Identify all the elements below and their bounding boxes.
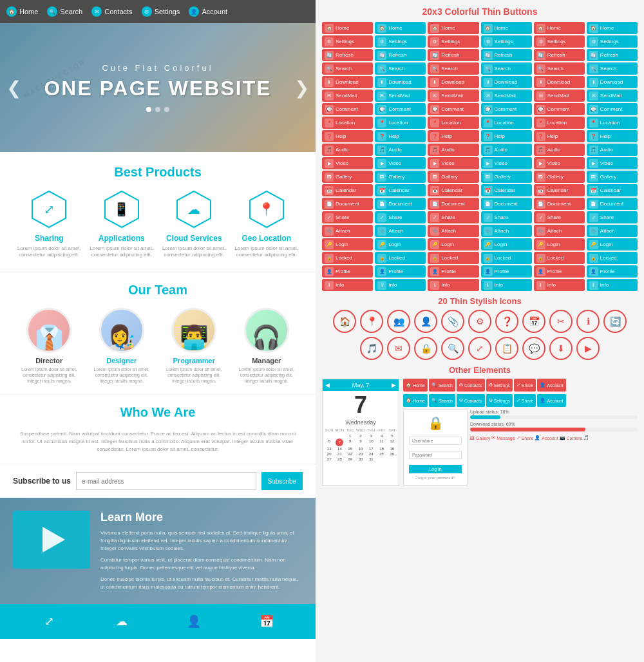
icon-document[interactable]: 📋: [495, 337, 518, 360]
btn-profile-6[interactable]: 👤Profile: [587, 265, 638, 278]
password-field[interactable]: [409, 451, 462, 459]
hero-arrow-right[interactable]: ❯: [294, 77, 309, 99]
btn-location-2[interactable]: 📍Location: [375, 117, 426, 129]
hero-arrow-left[interactable]: ❮: [6, 77, 21, 99]
btn-location-1[interactable]: 📍Location: [322, 117, 373, 129]
btn-calendar-2[interactable]: 📅Calendar: [375, 184, 426, 196]
nav-ex-settings-t[interactable]: ⚙ Settings: [486, 394, 513, 407]
btn-home-1[interactable]: 🏠Home: [322, 22, 373, 34]
icon-cut[interactable]: ✂: [549, 310, 573, 333]
btn-download-2[interactable]: ⬇Download: [375, 76, 426, 88]
btn-settings-1[interactable]: ⚙Settings: [322, 35, 373, 48]
btn-document-5[interactable]: 📄Document: [534, 198, 585, 210]
btn-audio-1[interactable]: 🎵Audio: [322, 144, 373, 156]
btn-sendmail-6[interactable]: ✉SendMail: [587, 90, 638, 102]
btn-settings-5[interactable]: ⚙Settings: [534, 35, 585, 48]
nav-ex-home-r[interactable]: 🏠 Home: [403, 379, 428, 392]
btn-sendmail-2[interactable]: ✉SendMail: [375, 90, 426, 102]
icon-info[interactable]: ℹ: [576, 310, 600, 333]
btn-info-4[interactable]: ℹInfo: [481, 279, 532, 291]
footer-share-icon[interactable]: ⤢: [39, 612, 59, 631]
icon-music[interactable]: 🎵: [360, 337, 383, 360]
video-player[interactable]: [13, 511, 90, 569]
footer-user-icon[interactable]: 👤: [184, 612, 204, 631]
btn-login-3[interactable]: 🔑Login: [428, 238, 478, 251]
nav-search[interactable]: 🔍 Search: [47, 6, 82, 17]
btn-search-3[interactable]: 🔍Search: [428, 62, 478, 75]
nav-ex-contacts-t[interactable]: ✉ Contacts: [457, 394, 485, 407]
btn-share-5[interactable]: ⤢Share: [534, 211, 585, 223]
btn-info-6[interactable]: ℹInfo: [587, 279, 638, 291]
cal-next-btn[interactable]: ▶: [392, 382, 396, 388]
btn-location-5[interactable]: 📍Location: [534, 117, 585, 129]
nav-ex-contacts-r[interactable]: ✉ Contacts: [457, 379, 485, 392]
nav-account[interactable]: 👤 Account: [189, 6, 227, 17]
nav-ex-account-t[interactable]: 👤 Account: [537, 394, 565, 407]
btn-login-5[interactable]: 🔑Login: [534, 238, 585, 251]
btn-comment-5[interactable]: 💬Comment: [534, 103, 585, 115]
btn-info-3[interactable]: ℹInfo: [428, 279, 478, 291]
small-gallery-item[interactable]: 🖼Gallery: [470, 435, 490, 440]
btn-info-5[interactable]: ℹInfo: [534, 279, 585, 291]
nav-ex-share-t[interactable]: ⤢ Share: [514, 394, 536, 407]
btn-download-6[interactable]: ⬇Download: [587, 76, 638, 88]
btn-gallery-2[interactable]: 🖼Gallery: [375, 171, 426, 183]
icon-share[interactable]: ⤢: [468, 337, 491, 360]
login-button[interactable]: Log in: [409, 465, 462, 473]
icon-search[interactable]: 🔍: [441, 337, 464, 360]
btn-help-1[interactable]: ❓Help: [322, 130, 373, 142]
btn-profile-4[interactable]: 👤Profile: [481, 265, 532, 278]
btn-sendmail-3[interactable]: ✉SendMail: [428, 90, 478, 102]
btn-attach-3[interactable]: 📎Attach: [428, 225, 478, 237]
btn-settings-2[interactable]: ⚙Settings: [375, 35, 426, 48]
btn-search-2[interactable]: 🔍Search: [375, 62, 426, 75]
btn-login-2[interactable]: 🔑Login: [375, 238, 426, 251]
btn-help-2[interactable]: ❓Help: [375, 130, 426, 142]
btn-profile-1[interactable]: 👤Profile: [322, 265, 373, 278]
icon-settings[interactable]: ⚙: [468, 310, 491, 333]
nav-settings[interactable]: ⚙ Settings: [142, 6, 180, 17]
icon-user[interactable]: 👤: [414, 310, 437, 333]
icon-refresh[interactable]: 🔄: [603, 310, 627, 333]
btn-home-4[interactable]: 🏠Home: [481, 22, 532, 34]
btn-calendar-3[interactable]: 📅Calendar: [428, 184, 478, 196]
btn-calendar-4[interactable]: 📅Calendar: [481, 184, 532, 196]
btn-settings-3[interactable]: ⚙Settings: [428, 35, 478, 48]
btn-search-1[interactable]: 🔍Search: [322, 62, 373, 75]
btn-video-2[interactable]: ▶Video: [375, 157, 426, 169]
small-share-item[interactable]: ⤢Share: [516, 435, 534, 440]
btn-attach-1[interactable]: 📎Attach: [322, 225, 373, 237]
btn-search-6[interactable]: 🔍Search: [587, 62, 638, 75]
icon-home[interactable]: 🏠: [333, 310, 356, 333]
btn-document-1[interactable]: 📄Document: [322, 198, 373, 210]
btn-gallery-1[interactable]: 🖼Gallery: [322, 171, 373, 183]
icon-help[interactable]: ❓: [495, 310, 518, 333]
btn-settings-6[interactable]: ⚙Settings: [587, 35, 638, 48]
small-music-item[interactable]: 🎵: [583, 435, 589, 440]
btn-help-4[interactable]: ❓Help: [481, 130, 532, 142]
btn-download-3[interactable]: ⬇Download: [428, 76, 478, 88]
btn-refresh-6[interactable]: 🔄Refresh: [587, 49, 638, 61]
btn-calendar-1[interactable]: 📅Calendar: [322, 184, 373, 196]
btn-location-6[interactable]: 📍Location: [587, 117, 638, 129]
small-camera-item[interactable]: 📷Camera: [560, 435, 583, 440]
nav-contacts[interactable]: ✉ Contacts: [91, 6, 132, 17]
btn-location-3[interactable]: 📍Location: [428, 117, 478, 129]
nav-ex-search-r[interactable]: 🔍 Search: [429, 379, 455, 392]
btn-comment-4[interactable]: 💬Comment: [481, 103, 532, 115]
btn-login-1[interactable]: 🔑Login: [322, 238, 373, 251]
btn-home-6[interactable]: 🏠Home: [587, 22, 638, 34]
cal-prev-btn[interactable]: ◀: [325, 382, 330, 388]
btn-document-4[interactable]: 📄Document: [481, 198, 532, 210]
btn-search-4[interactable]: 🔍Search: [481, 62, 532, 75]
btn-comment-6[interactable]: 💬Comment: [587, 103, 638, 115]
nav-ex-search-t[interactable]: 🔍 Search: [429, 394, 455, 407]
btn-comment-1[interactable]: 💬Comment: [322, 103, 373, 115]
btn-refresh-2[interactable]: 🔄Refresh: [375, 49, 426, 61]
btn-attach-6[interactable]: 📎Attach: [587, 225, 638, 237]
btn-download-5[interactable]: ⬇Download: [534, 76, 585, 88]
btn-refresh-4[interactable]: 🔄Refresh: [481, 49, 532, 61]
btn-document-2[interactable]: 📄Document: [375, 198, 426, 210]
btn-locked-4[interactable]: 🔒Locked: [481, 252, 532, 264]
btn-refresh-5[interactable]: 🔄Refresh: [534, 49, 585, 61]
